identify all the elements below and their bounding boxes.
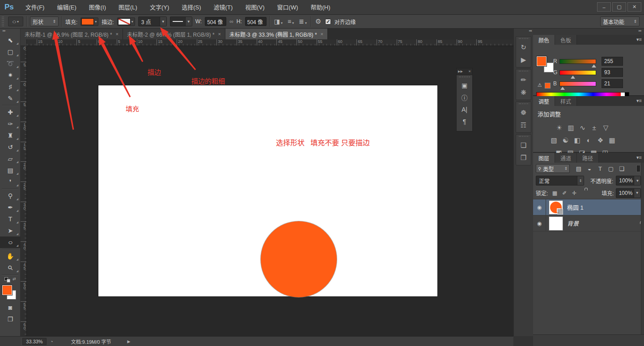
slider-handle[interactable] [571, 76, 575, 79]
filter-smart-objects-icon[interactable]: ❏ [616, 165, 627, 172]
black-white-icon[interactable]: ◧ [573, 136, 581, 144]
menu-item-9[interactable]: 帮助(H) [305, 0, 337, 15]
lock-image-pixels-icon[interactable]: ✐ [559, 190, 569, 196]
menu-item-3[interactable]: 图层(L) [112, 0, 144, 15]
path-selection-tool[interactable]: ➤◢ [0, 225, 21, 236]
layers-tab-路径[interactable]: 路径 [577, 153, 599, 163]
panel-grip[interactable] [519, 136, 528, 138]
dodge-tool[interactable]: ⚲◢ [0, 190, 21, 202]
menu-item-0[interactable]: 文件(F) [19, 0, 51, 15]
close-panel-icon[interactable]: ✕ [468, 70, 471, 73]
shape-width-field[interactable]: 504 像 [205, 17, 226, 26]
gamut-warning-icon[interactable]: ⚠ [538, 82, 542, 88]
menu-item-1[interactable]: 编辑(E) [51, 0, 82, 15]
ellipse-tool[interactable]: ○◢ [0, 236, 21, 248]
foreground-color-swatch[interactable] [2, 285, 12, 295]
layer-fill-field[interactable]: 100% ▼ [616, 188, 641, 198]
opacity-field[interactable]: 100% ▼ [616, 176, 641, 186]
menu-item-4[interactable]: 文字(Y) [144, 0, 175, 15]
blend-mode-select[interactable]: 正常 ⇕ [536, 176, 584, 186]
brush-presets-panel-icon[interactable]: ❋ [516, 86, 531, 99]
vertical-ruler[interactable]: 105051015202530354045505560 [21, 46, 27, 336]
filter-switch[interactable] [636, 165, 640, 172]
clone-stamp-tool[interactable]: ♜◢ [0, 130, 21, 141]
color-tab-色板[interactable]: 色板 [555, 35, 577, 45]
exposure-icon[interactable]: ± [590, 124, 598, 132]
info-docs-panel-icon[interactable]: ❏ [516, 139, 531, 152]
channel-value-field[interactable]: 93 [602, 68, 623, 77]
lock-all-icon[interactable] [579, 190, 589, 196]
menu-item-5[interactable]: 选择(S) [175, 0, 207, 15]
panel-menu-icon[interactable]: ▾≡ [636, 98, 642, 104]
history-panel-icon[interactable]: ↻ [516, 41, 531, 54]
lock-transparent-pixels-icon[interactable]: ▦ [550, 190, 559, 196]
zoom-level-field[interactable]: 33.33% [22, 338, 47, 345]
color-tab-颜色[interactable]: 颜色 [533, 35, 555, 45]
shape-height-field[interactable]: 504 像 [245, 17, 267, 26]
layer-filter-type-select[interactable]: ⚲ 类型 ⇕ [536, 164, 570, 173]
menu-item-2[interactable]: 图像(I) [83, 0, 112, 15]
default-swap-colors[interactable]: ⇄ [0, 276, 20, 284]
filter-pixel-layers-icon[interactable]: ▤ [573, 165, 584, 172]
pen-tool[interactable]: ✒◢ [0, 202, 21, 213]
link-dimensions-icon[interactable]: ∞ [229, 18, 233, 25]
options-grip[interactable] [2, 17, 4, 26]
paragraph-panel-icon[interactable]: ¶ [457, 115, 472, 127]
color-wells[interactable] [0, 284, 20, 302]
tool-mode-select[interactable]: 形状 ⇕ [30, 17, 59, 26]
screen-mode-button[interactable]: ❐ [0, 313, 21, 325]
document-tab-3[interactable]: 未标题-3 @ 33.3% (椭圆 1, RGB/8) *× [225, 29, 328, 39]
clone-source-panel-icon[interactable]: ☸ [516, 106, 531, 119]
eyedropper-tool[interactable]: ✎◢ [0, 93, 21, 104]
close-icon[interactable]: × [116, 31, 119, 37]
zoom-tool[interactable]: ⚲◢ [0, 262, 21, 274]
channel-value-field[interactable]: 21 [602, 79, 623, 88]
status-flyout-button[interactable]: ▶ [127, 339, 131, 344]
history-brush-tool[interactable]: ↺◢ [0, 141, 21, 153]
toolbar-collapse-chevron[interactable]: ▸▸ [0, 29, 20, 34]
slider-handle[interactable] [592, 64, 596, 68]
close-icon[interactable]: × [218, 31, 221, 37]
info-panel-icon[interactable]: ⓘ [457, 91, 472, 103]
gear-icon[interactable]: ⚙ [314, 17, 322, 25]
healing-brush-tool[interactable]: ✚◢ [0, 106, 21, 118]
channel-slider-track[interactable] [559, 59, 596, 64]
type-tool[interactable]: T◢ [0, 213, 21, 225]
maximize-button[interactable]: ▢ [612, 2, 626, 12]
brush-panel-icon[interactable]: ✏ [516, 74, 531, 86]
lock-position-icon[interactable]: ✛ [569, 190, 579, 196]
histogram-panel-icon[interactable]: ☶ [516, 119, 531, 131]
document-canvas[interactable] [98, 85, 437, 296]
fill-swatch-button[interactable]: ▾ [80, 17, 98, 26]
menu-item-8[interactable]: 窗口(W) [271, 0, 305, 15]
channel-slider-track[interactable] [559, 81, 596, 86]
panel-menu-icon[interactable]: ▾≡ [636, 155, 642, 160]
panel-grip[interactable] [519, 103, 528, 105]
panel-grip[interactable] [519, 38, 528, 40]
lasso-tool[interactable]: ➰◢ [0, 58, 21, 69]
path-alignment-button[interactable]: ≡▾ [287, 18, 295, 25]
channel-value-field[interactable]: 255 [602, 57, 623, 66]
vibrance-icon[interactable]: ▽ [602, 124, 610, 132]
gamut-swatch[interactable] [545, 83, 551, 89]
character-styles-panel-icon[interactable]: ▣ [457, 79, 472, 91]
crop-tool[interactable]: ♯◢ [0, 81, 21, 93]
visibility-eye-icon[interactable]: ◉ [533, 199, 546, 215]
ellipse-shape[interactable] [261, 221, 337, 297]
brightness-contrast-icon[interactable]: ☀ [555, 124, 563, 132]
path-operations-button[interactable]: ◨▾ [273, 18, 284, 25]
panel-grip[interactable] [519, 71, 528, 73]
close-button[interactable]: ✕ [627, 2, 641, 12]
layer-thumbnail[interactable] [549, 200, 563, 215]
minimize-button[interactable]: – [597, 2, 611, 12]
align-edges-checkbox[interactable]: ✓ [325, 19, 331, 25]
eraser-tool[interactable]: ▱◢ [0, 153, 21, 165]
document-tab-2[interactable]: 未标题-2 @ 66.7% (图层 1, RGB/8) *× [123, 29, 225, 39]
channel-mixer-icon[interactable]: ❖ [597, 136, 604, 144]
slider-handle[interactable] [560, 87, 565, 90]
marquee-tool[interactable]: ▢◢ [0, 46, 21, 58]
properties-panel-icon[interactable]: ❐ [516, 152, 531, 164]
layer-row-椭圆 1[interactable]: ◉椭圆 1 [533, 199, 644, 215]
filter-type-layers-icon[interactable]: T [595, 165, 606, 172]
color-lookup-icon[interactable]: ▦ [608, 136, 616, 144]
